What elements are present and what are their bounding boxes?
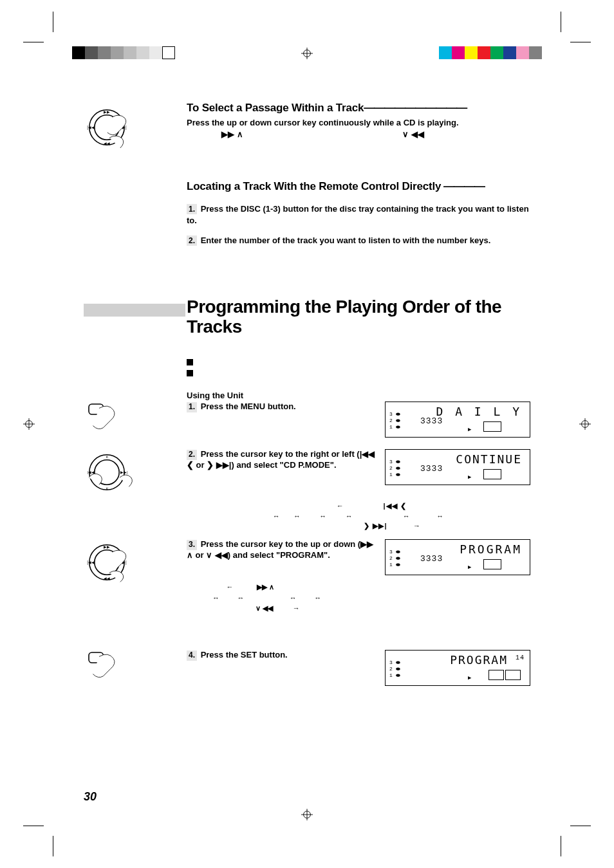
subsection-label: Using the Unit — [187, 390, 530, 402]
square-bullet-icon — [187, 370, 193, 376]
svg-text:∨: ∨ — [106, 486, 108, 490]
step-text: 2. Press the cursor key to the right or … — [187, 449, 377, 471]
svg-text:▶▶|: ▶▶| — [120, 470, 127, 474]
section-title: To Select a Passage Within a Track——————… — [187, 102, 530, 115]
instruction-text: Press the up or down cursor key continuo… — [187, 117, 530, 129]
grayscale-bar — [72, 46, 175, 59]
menu-button-illustration — [84, 399, 161, 438]
lcd-display: D A I L Y 3 ⬬ 2 ⬬ 1 ⬬ 3333 ▶ — [385, 402, 530, 438]
crop-mark — [53, 12, 53, 32]
svg-text:∧: ∧ — [106, 455, 108, 459]
page-number: 30 — [84, 790, 97, 804]
crop-mark — [23, 42, 44, 42]
square-bullet-icon — [187, 359, 193, 365]
lcd-display: CONTINUE 3 ⬬ 2 ⬬ 1 ⬬ 3333 ▶ — [385, 449, 530, 485]
crop-mark — [53, 836, 53, 856]
svg-text:|◀◀: |◀◀ — [87, 560, 95, 565]
registration-mark-icon — [301, 48, 313, 59]
registration-mark-icon — [23, 418, 35, 430]
crop-mark — [23, 826, 44, 826]
section-title: Locating a Track With the Remote Control… — [187, 180, 530, 193]
remote-pad-illustration: ▶▶ |◀◀ ▶▶| ◀◀ — [84, 537, 161, 591]
crop-mark — [561, 12, 561, 32]
color-bar — [439, 46, 542, 59]
bullet-item: Programming is possible only when the CD… — [187, 367, 530, 378]
crop-mark — [561, 836, 561, 856]
lcd-display: PROGRAM 14 3 ⬬ 2 ⬬ 1 ⬬ ▶ — [385, 650, 530, 686]
crop-mark — [570, 42, 591, 42]
bullet-item: You can program up to 32 tracks in any d… — [187, 356, 530, 367]
instruction-subtext: ▶▶ ∧ ∨ ◀◀ — [187, 129, 530, 140]
remote-pad-illustration: ∧ |◀◀ ▶▶| ∨ — [84, 447, 161, 501]
step-text: 2. Enter the number of the track you wan… — [187, 235, 530, 246]
svg-text:▶▶: ▶▶ — [104, 544, 110, 549]
step-text: 3. Press the cursor key to the up or dow… — [187, 539, 377, 561]
step-note: ← ▶▶ ∧ ↔ ↔ ↔ ↔ ∨ ◀◀ → — [187, 582, 530, 614]
step-note: xPressing the cursor key to the left |◀◀… — [187, 492, 530, 531]
step-text: 4. Press the SET button. — [187, 650, 377, 661]
svg-text:▶▶: ▶▶ — [104, 109, 110, 114]
crop-mark — [570, 826, 591, 826]
svg-text:◀◀: ◀◀ — [104, 141, 110, 145]
lcd-display: PROGRAM 3 ⬬ 2 ⬬ 1 ⬬ 3333 ▶ — [385, 539, 530, 575]
heading-bar — [84, 304, 185, 317]
registration-mark-icon — [301, 809, 313, 820]
remote-pad-illustration: ▶▶ |◀◀ ▶▶| ◀◀ — [84, 102, 161, 156]
step-text: 1. Press the DISC (1-3) button for the d… — [187, 203, 530, 226]
step-text: 1. Press the MENU button. — [187, 402, 377, 412]
svg-text:|◀◀: |◀◀ — [87, 125, 95, 130]
svg-text:◀◀: ◀◀ — [104, 576, 110, 580]
page-heading: Programming the Playing Order of the Tra… — [187, 297, 550, 337]
set-button-illustration — [84, 647, 161, 686]
registration-mark-icon — [579, 418, 591, 430]
